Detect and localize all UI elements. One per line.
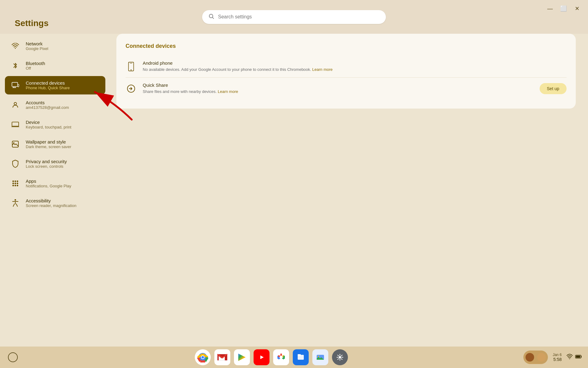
taskbar-app-photos[interactable] (273, 349, 289, 365)
svg-point-47 (537, 353, 546, 362)
svg-point-13 (13, 183, 14, 184)
wallpaper-title: Wallpaper and style (26, 139, 71, 144)
phone-icon (126, 61, 137, 72)
taskbar-app-gmail[interactable] (214, 349, 230, 365)
accessibility-icon (11, 199, 20, 207)
maximize-button[interactable]: ⬜ (560, 5, 567, 12)
apps-icon (11, 179, 20, 188)
user-avatar[interactable] (523, 351, 548, 364)
android-phone-info: Android phone No available devices. Add … (143, 60, 567, 72)
top-bar: Settings — ⬜ ✕ (0, 0, 588, 34)
taskbar-app-chrome[interactable] (195, 349, 211, 365)
svg-point-11 (15, 181, 16, 182)
privacy-subtitle: Lock screen, controls (26, 164, 67, 169)
sidebar-item-connected-devices[interactable]: Connected devices Phone Hub, Quick Share (5, 76, 105, 94)
taskbar-center (20, 349, 523, 365)
device-item-text: Device Keyboard, touchpad, print (26, 120, 71, 129)
wallpaper-icon (11, 140, 20, 148)
network-item-text: Network Google Pixel (26, 41, 48, 51)
taskbar-app-play[interactable] (234, 349, 250, 365)
network-title: Network (26, 41, 48, 46)
accounts-item-text: Accounts am4137528@gmail.com (26, 100, 69, 110)
sidebar: Network Google Pixel Bluetooth Off (0, 34, 110, 347)
sidebar-item-apps[interactable]: Apps Notifications, Google Play (5, 174, 105, 193)
android-phone-item: Android phone No available devices. Add … (126, 56, 567, 78)
date-display: Jan 6 (553, 353, 562, 357)
connected-devices-item-text: Connected devices Phone Hub, Quick Share (26, 80, 70, 90)
taskbar-app-settings[interactable] (332, 349, 348, 365)
svg-point-5 (18, 87, 19, 87)
device-subtitle: Keyboard, touchpad, print (26, 125, 71, 129)
bluetooth-icon (11, 61, 20, 70)
main-panel: Connected devices Android phone No ava (110, 34, 588, 347)
quick-share-desc: Share files and more with nearby devices… (143, 89, 533, 94)
time-date-display[interactable]: Jan 6 5:58 (553, 353, 562, 362)
svg-point-2 (15, 48, 16, 49)
android-phone-learn-more[interactable]: Learn more (312, 67, 333, 72)
svg-point-21 (130, 69, 131, 70)
quick-share-item: Quick Share Share files and more with ne… (126, 78, 567, 99)
device-title: Device (26, 120, 71, 125)
sidebar-item-privacy[interactable]: Privacy and security Lock screen, contro… (5, 155, 105, 173)
window-controls: — ⬜ ✕ (546, 5, 581, 12)
app-title: Settings (15, 18, 48, 28)
svg-point-42 (318, 356, 319, 357)
sidebar-item-accounts[interactable]: Accounts am4137528@gmail.com (5, 96, 105, 114)
svg-rect-39 (298, 354, 301, 356)
connected-devices-section: Connected devices Android phone No ava (116, 34, 576, 109)
sidebar-item-wallpaper[interactable]: Wallpaper and style Dark theme, screen s… (5, 135, 105, 153)
network-subtitle: Google Pixel (26, 46, 48, 51)
taskbar-app-youtube[interactable] (254, 349, 270, 365)
quick-share-info: Quick Share Share files and more with ne… (143, 82, 533, 94)
svg-point-44 (339, 356, 341, 358)
connected-devices-subtitle: Phone Hub, Quick Share (26, 86, 70, 90)
taskbar-app-gallery[interactable] (312, 349, 328, 365)
taskbar-app-files[interactable] (293, 349, 309, 365)
svg-point-18 (17, 185, 18, 186)
privacy-title: Privacy and security (26, 159, 67, 164)
close-button[interactable]: ✕ (573, 5, 581, 12)
svg-rect-50 (576, 356, 580, 358)
search-icon (208, 13, 214, 21)
main-content: Network Google Pixel Bluetooth Off (0, 34, 588, 347)
laptop-icon (11, 120, 20, 129)
svg-rect-3 (12, 82, 18, 87)
time-display: 5:58 (553, 357, 562, 362)
launcher-circle (8, 352, 18, 362)
quick-share-name: Quick Share (143, 82, 533, 88)
wifi-icon (11, 42, 20, 50)
settings-window: Settings — ⬜ ✕ (0, 0, 588, 368)
svg-point-9 (13, 142, 14, 144)
setup-button[interactable]: Set up (540, 83, 567, 94)
launcher-button[interactable] (6, 351, 20, 364)
svg-point-12 (17, 181, 18, 182)
search-input[interactable] (218, 14, 380, 20)
taskbar: Jan 6 5:58 (0, 347, 588, 368)
sidebar-item-bluetooth[interactable]: Bluetooth Off (5, 56, 105, 75)
quick-share-learn-more[interactable]: Learn more (218, 89, 238, 94)
svg-line-1 (213, 17, 214, 18)
android-phone-name: Android phone (143, 60, 567, 66)
minimize-button[interactable]: — (546, 5, 554, 12)
svg-point-31 (202, 356, 204, 358)
sidebar-item-network[interactable]: Network Google Pixel (5, 37, 105, 55)
search-bar (202, 10, 386, 24)
search-container (202, 10, 386, 24)
connected-devices-title: Connected devices (26, 80, 70, 86)
sidebar-item-accessibility[interactable]: Accessibility Screen reader, magnificati… (5, 194, 105, 212)
svg-point-46 (526, 353, 534, 362)
accessibility-item-text: Accessibility Screen reader, magnificati… (26, 198, 76, 208)
sidebar-item-device[interactable]: Device Keyboard, touchpad, print (5, 115, 105, 134)
accounts-title: Accounts (26, 100, 69, 105)
apps-title: Apps (26, 178, 71, 184)
svg-point-15 (17, 183, 18, 184)
svg-point-14 (15, 183, 16, 184)
wifi-status-icon (567, 354, 573, 361)
share-icon (126, 83, 137, 94)
wallpaper-item-text: Wallpaper and style Dark theme, screen s… (26, 139, 71, 149)
bluetooth-title: Bluetooth (26, 61, 45, 66)
user-area (523, 351, 548, 364)
apps-item-text: Apps Notifications, Google Play (26, 178, 71, 188)
svg-point-16 (13, 185, 14, 186)
account-icon (11, 101, 20, 109)
